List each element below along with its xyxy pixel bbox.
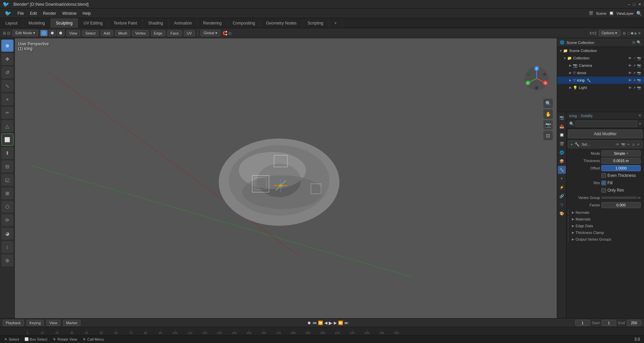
proportional-icon[interactable]: ◎ [228, 31, 231, 36]
icing-vis-render[interactable]: 📷 [637, 78, 641, 83]
output-props-tab[interactable]: 📤 [558, 122, 566, 130]
tab-modeling[interactable]: Modeling [23, 18, 51, 28]
view-menu[interactable]: View [66, 30, 80, 36]
tab-compositing[interactable]: Compositing [227, 18, 261, 28]
thickness-clamp-header[interactable]: ▶ Thickness Clamp [571, 230, 643, 236]
vertex-group-icon[interactable]: ⇔ [638, 196, 641, 200]
only-rim-check[interactable]: Only Rim [601, 188, 624, 193]
face-mode-btn[interactable]: ⬣ [57, 30, 64, 36]
menu-window[interactable]: Window [59, 10, 79, 17]
menu-file[interactable]: File [15, 10, 26, 17]
even-thickness-check[interactable]: Even Thickness [601, 173, 636, 178]
constraints-tab[interactable]: 🔗 [558, 192, 566, 200]
material-shading[interactable]: ◈ [634, 31, 637, 36]
breadcrumb-object[interactable]: icing [569, 114, 577, 118]
inset-btn[interactable]: ⊟ [1, 160, 13, 173]
tab-animation[interactable]: Animation [169, 18, 198, 28]
vis-eye[interactable]: 👁 [628, 56, 632, 60]
extrude-btn[interactable]: ⬆ [1, 147, 13, 159]
thickness-value[interactable]: 0.0015 m [601, 158, 641, 164]
bevel-btn[interactable]: ◱ [1, 174, 13, 186]
modifier-tab[interactable]: 🔧 [558, 166, 566, 174]
snap-icon[interactable]: 🧲 [222, 31, 227, 36]
overlay-icon[interactable]: ⊛ [623, 31, 626, 36]
solidify-close-icon[interactable]: ✕ [637, 143, 640, 146]
output-vertex-groups-header[interactable]: ▶ Output Vertex Groups [571, 236, 643, 242]
view-layer-name[interactable]: ViewLayer [616, 11, 634, 15]
next-keyframe-btn[interactable]: ▶ [334, 321, 337, 325]
filter-icon[interactable]: ⊟ [632, 40, 635, 45]
tab-geometry-nodes[interactable]: Geometry Nodes [261, 18, 302, 28]
fill-cb[interactable]: ✓ [601, 181, 606, 185]
camera-view-btn[interactable]: 📷 [543, 120, 553, 130]
material-tab[interactable]: 🎨 [558, 209, 566, 217]
add-modifier-btn[interactable]: Add Modifier [568, 130, 643, 138]
prev-frame-btn[interactable]: ⏪ [318, 321, 323, 325]
menu-help[interactable]: Help [80, 10, 94, 17]
next-frame-btn[interactable]: ⏩ [338, 321, 343, 325]
donut-vis-select[interactable]: ↗ [633, 71, 636, 75]
tab-sculpting[interactable]: Sculpting [51, 18, 78, 28]
donut-vis-render[interactable]: 📷 [637, 71, 641, 75]
camera-vis-render[interactable]: 📷 [637, 63, 641, 68]
play-btn[interactable]: ▶ [329, 320, 332, 326]
outliner-light[interactable]: ▶ 💡 Light 👁 ↗ 📷 [557, 84, 644, 91]
tab-uv-editing[interactable]: UV Editing [78, 18, 108, 28]
jump-start-btn[interactable]: ⏮ [313, 321, 317, 325]
vertex-group-input[interactable] [601, 197, 637, 199]
mesh-menu[interactable]: Mesh [115, 30, 130, 36]
search-clear[interactable]: ✕ [639, 122, 641, 126]
solid-shading[interactable]: ■ [631, 31, 633, 36]
solidify-modifier-header[interactable]: ▾ 🔧 Sol... 👁 📷 ✏ ◎ ✕ [568, 140, 643, 148]
uv-menu[interactable]: UV [184, 30, 195, 36]
start-frame-input[interactable]: 1 [602, 320, 616, 326]
tab-shading[interactable]: Shading [143, 18, 169, 28]
scale-tool-btn[interactable]: ⤡ [1, 80, 13, 92]
solidify-render-icon[interactable]: 📷 [621, 143, 625, 146]
normals-header[interactable]: ▶ Normals [571, 209, 643, 215]
zoom-in-btn[interactable]: 🔍 [543, 99, 553, 108]
menu-blender[interactable]: 🐦 [2, 9, 14, 17]
marker-menu[interactable]: Marker [63, 320, 80, 326]
camera-vis-eye[interactable]: 👁 [628, 63, 632, 68]
loop-cut-btn[interactable]: ⊞ [1, 187, 13, 199]
tab-texture-paint[interactable]: Texture Paint [108, 18, 143, 28]
close-breadcrumb[interactable]: ✕ [638, 113, 641, 117]
rotate-tool-btn[interactable]: ↺ [1, 66, 13, 79]
solidify-edit-icon[interactable]: ✏ [627, 143, 630, 146]
edit-mode-selector[interactable]: Edit Mode ▾ [12, 30, 38, 36]
object-data-tab[interactable]: ▽ [558, 201, 566, 209]
smooth-btn[interactable]: ◕ [1, 228, 13, 240]
outliner-icing[interactable]: ▶ ▽ icing 🔧 👁 ↗ 📷 [557, 77, 644, 84]
vertex-menu[interactable]: Vertex [132, 30, 149, 36]
outliner-scene-collection[interactable]: ▾ 📁 Scene Collection [557, 47, 644, 54]
cursor-tool-btn[interactable]: ⊕ [1, 40, 13, 52]
edge-slide-btn[interactable]: ↕ [1, 241, 13, 253]
shrink-fatten-btn[interactable]: ⊛ [1, 254, 13, 266]
vertex-mode-btn[interactable]: ⬡ [40, 30, 48, 36]
solidify-vis-icon[interactable]: 👁 [616, 143, 619, 146]
world-tab[interactable]: 🌐 [558, 148, 566, 156]
select-menu[interactable]: Select [82, 30, 99, 36]
outliner-donut[interactable]: ▶ ▽ donut 👁 ↗ 📷 [557, 69, 644, 77]
tab-scripting[interactable]: Scripting [302, 18, 329, 28]
edge-data-header[interactable]: ▶ Edge Data [571, 223, 643, 229]
search-icon[interactable]: 🔍 [637, 40, 641, 45]
annotate-tool-btn[interactable]: ✏ [1, 107, 13, 119]
camera-vis-select[interactable]: ↗ [633, 63, 636, 68]
poly-build-btn[interactable]: ⬡ [1, 201, 13, 213]
current-frame-input[interactable]: 1 [575, 320, 590, 326]
rendered-shading[interactable]: ☀ [638, 31, 641, 36]
transform-tool-btn[interactable]: ⌖ [1, 93, 13, 105]
pan-btn[interactable]: ✋ [543, 109, 553, 119]
viewport-gizmo[interactable]: Z X Y [523, 65, 550, 92]
viewport[interactable]: User Perspective (1) icing Z X Y [15, 38, 557, 318]
face-menu[interactable]: Face [167, 30, 181, 36]
end-frame-input[interactable]: 250 [627, 320, 641, 326]
wire-shading[interactable]: □ [628, 31, 630, 36]
particles-tab[interactable]: ✴ [558, 175, 566, 183]
solidify-mode-icon[interactable]: ◎ [632, 143, 635, 146]
physics-tab[interactable]: ⚡ [558, 183, 566, 191]
menu-edit[interactable]: Edit [27, 10, 40, 17]
ortho-view-btn[interactable]: ⊡ [543, 131, 553, 140]
